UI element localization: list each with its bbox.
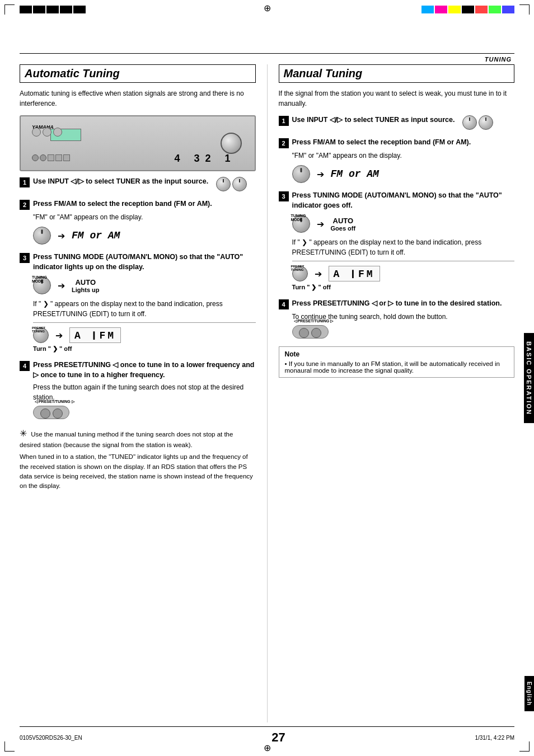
manual-step-2-text: Press FM/AM to select the reception band… — [292, 138, 471, 148]
manual-step-num-1: 1 — [279, 116, 289, 126]
manual-step-num-3: 3 — [279, 191, 289, 201]
manual-step-2: 2 Press FM/AM to select the reception ba… — [279, 138, 515, 183]
fm-am-row: ➔ FM or AM — [33, 227, 256, 245]
manual-step-4-text: Press PRESET/TUNING ◁ or ▷ to tune in to… — [292, 299, 502, 309]
corner-mark-br — [519, 741, 530, 752]
arrow-3: ➔ — [55, 330, 63, 341]
preset-row-manual: PRESETTUNING ➔ A ❙FM — [292, 266, 515, 281]
tuning-label: TUNING — [485, 56, 512, 63]
reg-mark-bottom: ⊕ — [264, 743, 271, 753]
arrow-1: ➔ — [58, 231, 65, 241]
device-inner: YAMAHA — [25, 121, 250, 166]
tip-bullet-2: When tuned in to a station, the "TUNED" … — [20, 452, 256, 491]
turn-off-auto: Turn " ❯ " off — [33, 345, 256, 353]
manual-tuning-section: Manual Tuning If the signal from the sta… — [267, 64, 515, 722]
lights-up-text: Lights up — [72, 287, 100, 293]
manual-fm-am-knob — [292, 165, 310, 183]
manual-fm-am-row: ➔ FM or AM — [292, 165, 515, 183]
step-1-text: Use INPUT ◁/▷ to select TUNER as the inp… — [33, 177, 208, 187]
header-line — [20, 53, 514, 54]
manual-separator-1 — [292, 261, 515, 261]
goes-off-text: Goes off — [331, 225, 356, 232]
manual-step-num-2: 2 — [279, 138, 289, 148]
manual-step-3-body-if: If " ❯ " appears on the display next to … — [292, 237, 515, 257]
separator-1 — [33, 322, 256, 323]
turn-off-manual: Turn " ❯ " off — [292, 284, 515, 291]
manual-arrow-1: ➔ — [317, 169, 324, 180]
manual-step-2-body: "FM" or "AM" appears on the display. — [292, 151, 515, 161]
device-numbers: 4 32 1 — [174, 153, 236, 165]
arrow-2: ➔ — [58, 280, 65, 291]
corner-mark-tl — [4, 4, 15, 15]
corner-mark-bl — [4, 741, 15, 752]
manual-arrow-3: ➔ — [315, 269, 322, 279]
device-image: YAMAHA — [20, 115, 256, 171]
manual-preset-btn-row: ◁ PRESET/TUNING ▷ — [292, 325, 515, 339]
auto-step-2: 2 Press FM/AM to select the reception ba… — [20, 199, 256, 245]
auto-step-3: 3 Press TUNING MODE (AUTO/MAN'L MONO) so… — [20, 252, 256, 353]
auto-step-4: 4 Press PRESET/TUNING ◁ once to tune in … — [20, 360, 256, 419]
auto-step-1: 1 Use INPUT ◁/▷ to select TUNER as the i… — [20, 177, 256, 191]
reg-mark-top: ⊕ — [264, 3, 271, 13]
manual-step-1-text: Use INPUT ◁/▷ to select TUNER as input s… — [292, 115, 455, 125]
tuning-mode-row: TUNINGMODE ➔ AUTO Lights up — [33, 276, 256, 294]
step-2-text: Press FM/AM to select the reception band… — [33, 199, 212, 209]
manual-auto-text: AUTO — [331, 217, 356, 225]
preset-btn-row: ◁ PRESET/TUNING ▷ — [33, 406, 256, 419]
step-num-1: 1 — [20, 177, 30, 187]
manual-fm-display: FM or AM — [331, 168, 379, 180]
manual-arrow-2: ➔ — [317, 219, 324, 229]
color-blocks-right — [421, 6, 514, 13]
page-number: 27 — [271, 730, 285, 745]
manual-step-3: 3 Press TUNING MODE (AUTO/MAN'L MONO) so… — [279, 191, 515, 291]
tip-bullet-1: Use the manual tuning method if the tuni… — [20, 431, 233, 448]
footer-right: 1/31/1, 4:22 PM — [475, 735, 514, 741]
english-label: English — [524, 676, 534, 711]
manual-tuning-desc: If the signal from the station you want … — [279, 88, 515, 109]
auto-tuning-title: Automatic Tuning — [20, 64, 256, 83]
note-section: Note • If you tune in manually to an FM … — [279, 346, 515, 378]
step-3-text: Press TUNING MODE (AUTO/MAN'L MONO) so t… — [33, 252, 256, 272]
basic-operation-label: BASIC OPERATION — [524, 333, 534, 424]
manual-step-3-text: Press TUNING MODE (AUTO/MAN'L MONO) so t… — [292, 191, 515, 210]
auto-text: AUTO — [72, 278, 100, 287]
preset-display-manual: A ❙FM — [329, 266, 380, 281]
fm-display: FM or AM — [72, 230, 120, 241]
preset-row-auto: PRESETTUNING ➔ A ❙FM — [33, 327, 256, 343]
manual-tuning-title: Manual Tuning — [279, 64, 515, 83]
registration-blocks-left — [20, 6, 86, 13]
step-num-2: 2 — [20, 200, 30, 210]
corner-mark-tr — [519, 4, 530, 15]
auto-tuning-desc: Automatic tuning is effective when stati… — [20, 88, 256, 109]
note-text: • If you tune in manually to an FM stati… — [285, 360, 509, 374]
fm-am-knob — [33, 227, 51, 245]
step-3-body-if: If " ❯ " appears on the display next to … — [33, 299, 256, 319]
tip-icon: ✳ — [20, 429, 27, 438]
step-num-3: 3 — [20, 253, 30, 263]
main-content: Automatic Tuning Automatic tuning is eff… — [20, 64, 514, 722]
step-4-text: Press PRESET/TUNING ◁ once to tune in to… — [33, 360, 256, 380]
manual-tuning-mode-row: TUNINGMODE ➔ AUTO Goes off — [292, 215, 515, 233]
tip-section: ✳ Use the manual tuning method if the tu… — [20, 427, 256, 491]
manual-step-1: 1 Use INPUT ◁/▷ to select TUNER as input… — [279, 115, 515, 130]
manual-step-num-4: 4 — [279, 299, 289, 309]
auto-tuning-section: Automatic Tuning Automatic tuning is eff… — [20, 64, 256, 722]
preset-display-auto: A ❙FM — [69, 327, 121, 343]
footer-left: 0105V520RDS26-30_EN — [20, 735, 82, 741]
manual-step-4: 4 Press PRESET/TUNING ◁ or ▷ to tune in … — [279, 299, 515, 339]
step-2-body: "FM" or "AM" appears on the display. — [33, 212, 256, 222]
step-num-4: 4 — [20, 361, 30, 371]
note-title: Note — [285, 350, 509, 358]
